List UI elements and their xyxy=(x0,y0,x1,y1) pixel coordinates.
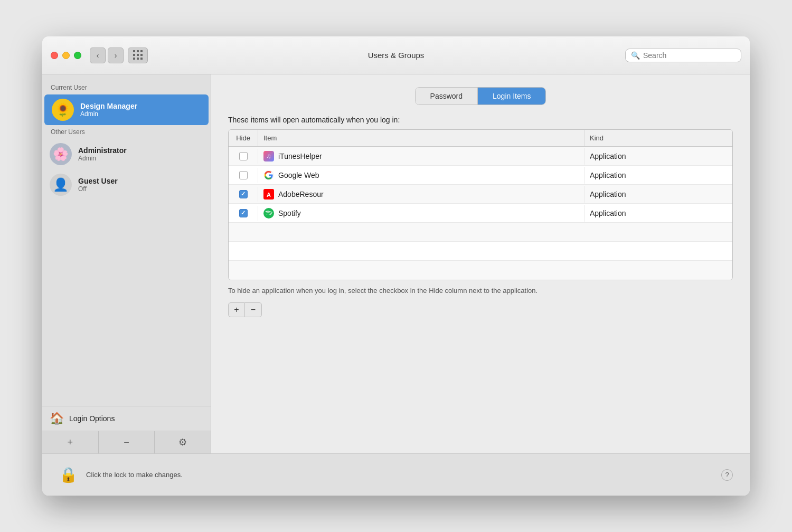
forward-button[interactable]: › xyxy=(108,48,124,63)
current-user-label: Current User xyxy=(42,81,211,94)
description-text: These items will open automatically when… xyxy=(228,116,733,124)
window-title: Users & Groups xyxy=(368,51,425,60)
user-role: Admin xyxy=(80,110,137,118)
grid-button[interactable] xyxy=(128,48,148,63)
remove-item-button[interactable]: − xyxy=(245,302,262,317)
table-row-empty xyxy=(229,261,732,280)
user-name: Guest User xyxy=(78,177,118,185)
minimize-button[interactable] xyxy=(62,52,70,59)
lock-icon[interactable]: 🔒 xyxy=(59,466,78,483)
sidebar: Current User 🌻 Design Manager Admin Othe… xyxy=(42,74,211,453)
google-icon xyxy=(263,170,274,180)
search-bar[interactable]: 🔍 xyxy=(625,49,741,62)
table-header: Hide Item Kind xyxy=(229,130,732,147)
item-name: Google Web xyxy=(278,171,319,179)
avatar: 🌸 xyxy=(50,143,72,165)
item-cell: Google Web xyxy=(258,167,584,184)
user-info: Administrator Admin xyxy=(78,146,127,162)
user-role: Admin xyxy=(78,155,127,162)
close-button[interactable] xyxy=(51,52,58,59)
help-button[interactable]: ? xyxy=(721,469,733,481)
login-options-item[interactable]: 🏠 Login Options xyxy=(42,406,211,431)
bottom-bar: 🔒 Click the lock to make changes. ? xyxy=(42,453,750,496)
hide-checkbox[interactable] xyxy=(239,209,248,217)
avatar: 👤 xyxy=(50,174,72,196)
right-panel: Password Login Items These items will op… xyxy=(211,74,750,453)
remove-user-button[interactable]: − xyxy=(99,431,155,453)
table-row: A AdobeResour Application xyxy=(229,185,732,204)
svg-text:A: A xyxy=(267,192,271,198)
item-cell: ♫ iTunesHelper xyxy=(258,148,584,165)
add-user-button[interactable]: + xyxy=(42,431,99,453)
svg-point-3 xyxy=(263,208,274,218)
col-hide-header: Hide xyxy=(229,130,258,146)
hide-checkbox[interactable] xyxy=(239,190,248,198)
add-remove-toolbar: + − xyxy=(228,302,733,317)
table-row-empty xyxy=(229,242,732,261)
add-item-button[interactable]: + xyxy=(228,302,245,317)
kind-cell: Application xyxy=(584,149,732,164)
user-name: Administrator xyxy=(78,146,127,155)
login-options-label: Login Options xyxy=(69,414,115,423)
sidebar-toolbar: + − ⚙ xyxy=(42,431,211,453)
item-name: AdobeResour xyxy=(278,190,324,198)
hide-cell[interactable] xyxy=(229,206,258,221)
lock-text: Click the lock to make changes. xyxy=(86,471,183,479)
user-info: Guest User Off xyxy=(78,177,118,193)
other-users-label: Other Users xyxy=(42,125,211,139)
hide-checkbox[interactable] xyxy=(239,171,248,179)
avatar: 🌻 xyxy=(52,99,74,121)
item-name: iTunesHelper xyxy=(278,152,322,160)
list-item[interactable]: 👤 Guest User Off xyxy=(42,169,211,200)
tab-password[interactable]: Password xyxy=(416,88,478,104)
back-button[interactable]: ‹ xyxy=(90,48,106,63)
search-input[interactable] xyxy=(643,51,736,60)
hide-cell[interactable] xyxy=(229,168,258,183)
nav-buttons: ‹ › xyxy=(90,48,124,63)
current-user-item[interactable]: 🌻 Design Manager Admin xyxy=(44,94,209,125)
titlebar: ‹ › Users & Groups 🔍 xyxy=(42,36,750,74)
footer-hint: To hide an application when you log in, … xyxy=(228,286,587,296)
col-kind-header: Kind xyxy=(584,130,732,146)
hide-cell[interactable] xyxy=(229,149,258,164)
grid-icon xyxy=(133,50,143,60)
login-items-table: Hide Item Kind ♫ iTunesHelper Applicatio… xyxy=(228,129,733,280)
adobe-icon: A xyxy=(263,189,274,200)
item-cell: Spotify xyxy=(258,205,584,222)
table-row: Spotify Application xyxy=(229,204,732,223)
kind-cell: Application xyxy=(584,187,732,202)
item-name: Spotify xyxy=(278,209,301,217)
table-row-empty xyxy=(229,223,732,242)
main-content: Current User 🌻 Design Manager Admin Othe… xyxy=(42,74,750,453)
user-role: Off xyxy=(78,185,118,193)
spotify-icon xyxy=(263,208,274,218)
item-cell: A AdobeResour xyxy=(258,186,584,203)
kind-cell: Application xyxy=(584,168,732,183)
user-name: Design Manager xyxy=(80,102,137,110)
main-window: ‹ › Users & Groups 🔍 Current User 🌻 Desi… xyxy=(42,36,750,496)
hide-cell[interactable] xyxy=(229,187,258,202)
traffic-lights xyxy=(51,52,81,59)
settings-button[interactable]: ⚙ xyxy=(155,431,211,453)
table-row: Google Web Application xyxy=(229,166,732,185)
col-item-header: Item xyxy=(258,130,584,146)
kind-cell: Application xyxy=(584,206,732,221)
user-info: Design Manager Admin xyxy=(80,102,137,118)
list-item[interactable]: 🌸 Administrator Admin xyxy=(42,139,211,169)
hide-checkbox[interactable] xyxy=(239,152,248,160)
table-row: ♫ iTunesHelper Application xyxy=(229,147,732,166)
itunes-icon: ♫ xyxy=(263,151,274,162)
maximize-button[interactable] xyxy=(74,52,81,59)
search-icon: 🔍 xyxy=(631,51,640,60)
tab-switcher[interactable]: Password Login Items xyxy=(415,87,546,105)
house-icon: 🏠 xyxy=(50,412,64,425)
tab-login-items[interactable]: Login Items xyxy=(478,88,545,104)
